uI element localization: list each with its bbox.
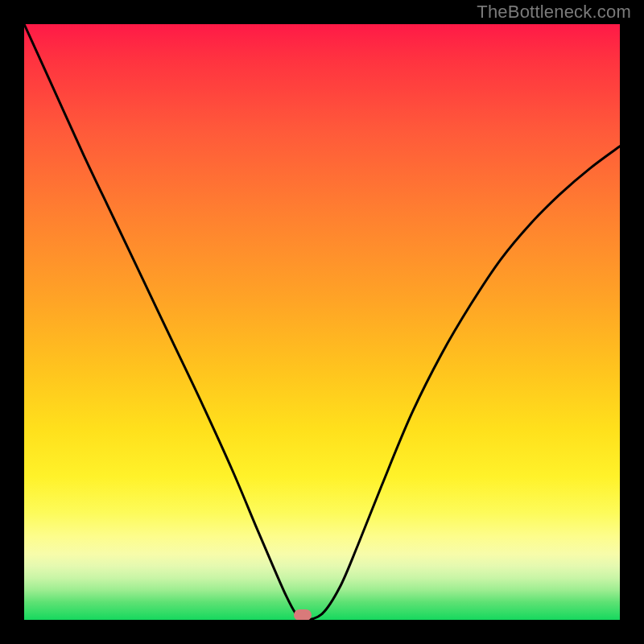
bottleneck-curve: [24, 24, 620, 620]
chart-plot-area: [24, 24, 620, 620]
minimum-marker: [294, 609, 312, 620]
chart-curve-layer: [24, 24, 620, 620]
watermark-text: TheBottleneck.com: [477, 2, 631, 23]
